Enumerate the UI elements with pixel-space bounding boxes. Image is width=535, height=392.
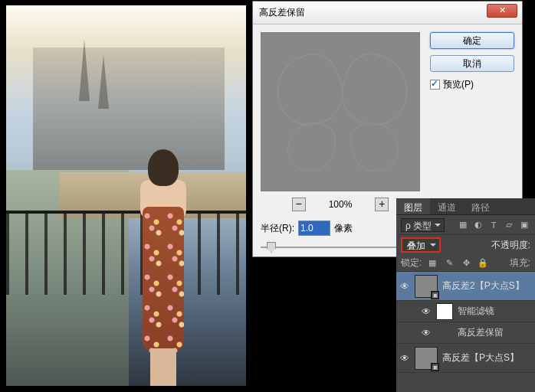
visibility-toggle[interactable]: 👁 <box>399 281 410 292</box>
zoom-in-button[interactable]: + <box>375 198 389 211</box>
radius-slider-track[interactable] <box>261 247 414 248</box>
preview-label: 预览(P) <box>443 78 474 91</box>
layer-list: 👁 ▣ 高反差2【P大点S】 👁 智能滤镜 👁 高反差保留 👁 ▣ 高反差【P大… <box>396 272 535 373</box>
filter-adjust-icon[interactable]: ◐ <box>472 219 484 231</box>
zoom-percent: 100% <box>329 199 353 210</box>
layer-name[interactable]: 高反差2【P大点S】 <box>442 279 524 292</box>
filter-pixel-icon[interactable]: ▦ <box>457 219 469 231</box>
filter-kind-select[interactable]: ρ 类型 <box>401 218 445 232</box>
filter-name[interactable]: 高反差保留 <box>458 326 504 339</box>
opacity-label: 不透明度: <box>491 239 530 252</box>
layers-panel: 图层 通道 路径 ρ 类型 ▦ ◐ T ▱ ▣ 叠加 不透明度: 锁定: ▦ ✎… <box>396 198 535 392</box>
preview-checkbox[interactable] <box>430 80 440 90</box>
fill-label: 填充: <box>510 256 530 270</box>
smart-filters-label: 智能滤镜 <box>458 305 494 318</box>
filter-mask-thumbnail[interactable] <box>436 303 453 320</box>
lock-brush-icon[interactable]: ✎ <box>443 257 455 270</box>
radius-slider-thumb[interactable] <box>267 242 276 253</box>
filter-type-icon[interactable]: T <box>487 219 500 231</box>
lock-pixels-icon[interactable]: ▦ <box>426 257 438 270</box>
zoom-out-button[interactable]: − <box>292 198 306 211</box>
photo-railing <box>6 211 246 295</box>
tab-channels[interactable]: 通道 <box>430 198 464 214</box>
dialog-titlebar[interactable]: 高反差保留 ✕ <box>253 2 522 24</box>
filter-preview[interactable] <box>261 32 420 191</box>
visibility-toggle[interactable]: 👁 <box>421 328 432 338</box>
visibility-toggle[interactable]: 👁 <box>399 353 410 364</box>
cancel-button[interactable]: 取消 <box>430 55 514 72</box>
document-canvas[interactable] <box>6 5 246 386</box>
tab-paths[interactable]: 路径 <box>464 198 497 214</box>
dialog-title: 高反差保留 <box>259 6 305 19</box>
close-button[interactable]: ✕ <box>487 4 517 18</box>
filter-smart-icon[interactable]: ▣ <box>518 219 530 231</box>
blend-mode-select[interactable]: 叠加 <box>401 237 441 253</box>
layer-thumbnail[interactable]: ▣ <box>415 347 438 370</box>
filter-entry[interactable]: 👁 高反差保留 <box>396 322 535 344</box>
lock-position-icon[interactable]: ✥ <box>460 257 472 270</box>
layer-item[interactable]: 👁 ▣ 高反差2【P大点S】 <box>396 272 535 301</box>
visibility-toggle[interactable]: 👁 <box>421 306 432 317</box>
lock-all-icon[interactable]: 🔒 <box>477 257 489 270</box>
lock-label: 锁定: <box>401 256 422 270</box>
filter-shape-icon[interactable]: ▱ <box>503 219 515 231</box>
layer-name[interactable]: 高反差【P大点S】 <box>442 351 519 364</box>
layer-thumbnail[interactable]: ▣ <box>415 275 438 298</box>
tab-layers[interactable]: 图层 <box>396 198 430 214</box>
radius-input[interactable] <box>298 220 330 236</box>
radius-unit: 像素 <box>334 222 353 235</box>
layer-item[interactable]: 👁 ▣ 高反差【P大点S】 <box>396 344 535 373</box>
radius-label: 半径(R): <box>261 222 294 235</box>
smart-filters-row[interactable]: 👁 智能滤镜 <box>396 301 535 322</box>
photo-person <box>129 149 198 386</box>
ok-button[interactable]: 确定 <box>430 32 514 49</box>
